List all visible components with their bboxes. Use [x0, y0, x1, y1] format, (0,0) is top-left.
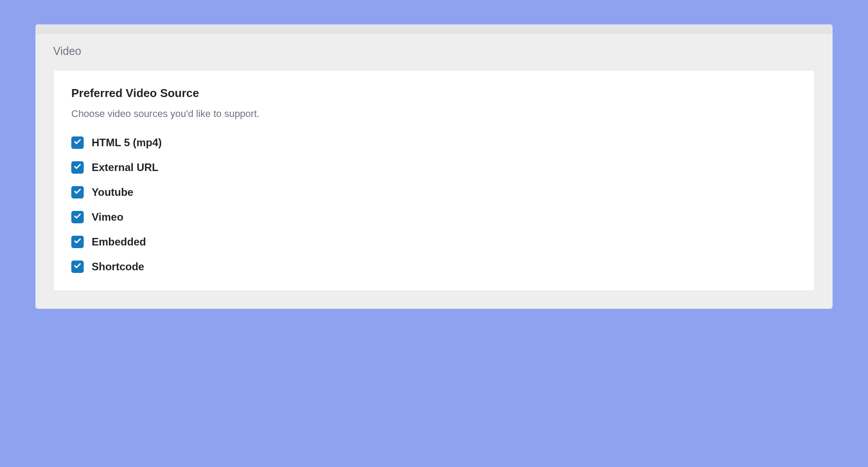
checkbox-youtube[interactable]	[71, 186, 84, 198]
check-icon	[74, 237, 81, 247]
section-title: Video	[53, 45, 815, 58]
video-settings-panel: Video Preferred Video Source Choose vide…	[35, 24, 833, 309]
option-row-html5: HTML 5 (mp4)	[71, 136, 797, 149]
check-icon	[74, 262, 81, 272]
checkbox-external-url[interactable]	[71, 161, 84, 174]
checkbox-label-shortcode[interactable]: Shortcode	[92, 261, 144, 273]
checkbox-label-vimeo[interactable]: Vimeo	[92, 211, 124, 223]
preferred-video-source-card: Preferred Video Source Choose video sour…	[53, 70, 815, 291]
check-icon	[74, 138, 81, 148]
panel-content: Video Preferred Video Source Choose vide…	[35, 34, 833, 309]
check-icon	[74, 212, 81, 222]
checkbox-html5[interactable]	[71, 136, 84, 149]
check-icon	[74, 163, 81, 172]
option-row-shortcode: Shortcode	[71, 261, 797, 273]
card-title: Preferred Video Source	[71, 86, 797, 100]
checkbox-shortcode[interactable]	[71, 261, 84, 273]
checkbox-label-html5[interactable]: HTML 5 (mp4)	[92, 136, 162, 149]
checkbox-label-embedded[interactable]: Embedded	[92, 236, 146, 248]
option-row-external-url: External URL	[71, 161, 797, 174]
panel-header-bar	[35, 24, 833, 34]
card-description: Choose video sources you'd like to suppo…	[71, 108, 797, 120]
option-row-embedded: Embedded	[71, 236, 797, 248]
video-source-options-list: HTML 5 (mp4) External URL	[71, 136, 797, 273]
option-row-youtube: Youtube	[71, 186, 797, 198]
checkbox-label-youtube[interactable]: Youtube	[92, 186, 133, 198]
option-row-vimeo: Vimeo	[71, 211, 797, 223]
checkbox-vimeo[interactable]	[71, 211, 84, 223]
checkbox-embedded[interactable]	[71, 236, 84, 248]
checkbox-label-external-url[interactable]: External URL	[92, 161, 159, 174]
check-icon	[74, 187, 81, 197]
